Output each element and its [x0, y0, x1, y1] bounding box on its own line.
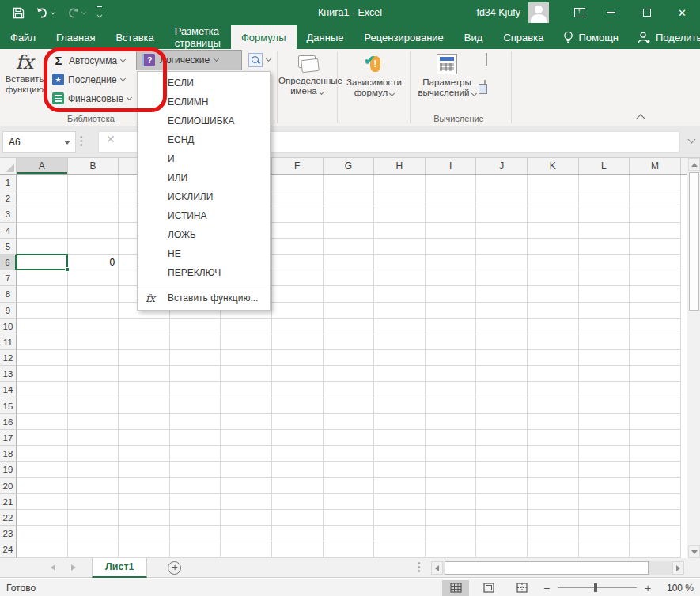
zoom-slider[interactable] [558, 587, 637, 588]
cell-E14[interactable] [221, 382, 272, 398]
menu-item-ложь[interactable]: ЛОЖЬ [138, 225, 270, 244]
cell-B13[interactable] [68, 366, 119, 382]
cell-F8[interactable] [272, 286, 324, 302]
cell-H7[interactable] [374, 270, 426, 286]
cell-L9[interactable] [579, 303, 630, 319]
cell-F22[interactable] [272, 510, 324, 526]
cell-L15[interactable] [579, 398, 630, 414]
row-header-19[interactable]: 19 [0, 462, 17, 477]
cell-F21[interactable] [272, 494, 324, 510]
row-header-1[interactable]: 1 [0, 175, 17, 190]
cell-K5[interactable] [528, 239, 579, 255]
cell-H15[interactable] [374, 398, 426, 414]
cell-H12[interactable] [374, 350, 426, 366]
cell-L24[interactable] [579, 541, 630, 557]
cell-L23[interactable] [579, 526, 630, 541]
cell-H23[interactable] [374, 526, 426, 541]
cell-F19[interactable] [272, 462, 324, 477]
tab-файл[interactable]: Файл [0, 25, 46, 49]
cell-A21[interactable] [17, 494, 68, 510]
cell-J5[interactable] [476, 239, 528, 255]
cell-A8[interactable] [17, 286, 68, 302]
cell-C13[interactable] [119, 366, 170, 382]
cell-J8[interactable] [476, 286, 528, 302]
cell-F10[interactable] [272, 319, 324, 334]
row-header-10[interactable]: 10 [0, 319, 17, 334]
worksheet-grid[interactable]: ABCDEFGHIJKLM123456078910111213141516171… [0, 158, 687, 558]
row-header-24[interactable]: 24 [0, 541, 17, 557]
cell-B19[interactable] [68, 462, 119, 477]
cell-K10[interactable] [528, 319, 579, 334]
cell-M7[interactable] [630, 270, 681, 286]
drag-handle-icon[interactable]: ••• [80, 135, 82, 149]
column-header-I[interactable]: I [426, 158, 477, 174]
column-header-F[interactable]: F [272, 158, 324, 174]
close-button[interactable]: ✕ [664, 0, 700, 25]
cell-A17[interactable] [17, 430, 68, 446]
cell-E12[interactable] [221, 350, 272, 366]
cell-H13[interactable] [374, 366, 426, 382]
cell-A23[interactable] [17, 526, 68, 541]
cell-G23[interactable] [324, 526, 375, 541]
row-header-13[interactable]: 13 [0, 366, 17, 382]
column-header-A[interactable]: A [17, 158, 68, 174]
cell-H16[interactable] [374, 414, 426, 430]
cell-E18[interactable] [221, 446, 272, 462]
scroll-right-icon[interactable] [672, 561, 684, 575]
cell-L10[interactable] [579, 319, 630, 334]
cell-L11[interactable] [579, 334, 630, 350]
cell-H6[interactable] [374, 255, 426, 270]
cell-J17[interactable] [476, 430, 528, 446]
cell-M22[interactable] [630, 510, 681, 526]
cell-K4[interactable] [528, 223, 579, 239]
row-header-2[interactable]: 2 [0, 190, 17, 206]
cell-K9[interactable] [528, 303, 579, 319]
cell-B7[interactable] [68, 270, 119, 286]
cell-B20[interactable] [68, 478, 119, 494]
cell-C23[interactable] [119, 526, 170, 541]
cell-F7[interactable] [272, 270, 324, 286]
cell-I2[interactable] [426, 190, 477, 206]
cell-J12[interactable] [476, 350, 528, 366]
cell-A3[interactable] [17, 206, 68, 222]
cell-F24[interactable] [272, 541, 324, 557]
cell-M6[interactable] [630, 255, 681, 270]
cell-G14[interactable] [324, 382, 375, 398]
cell-B23[interactable] [68, 526, 119, 541]
cell-I16[interactable] [426, 414, 477, 430]
scroll-left-icon[interactable] [431, 561, 443, 575]
financial-functions-button[interactable]: Финансовые [49, 90, 134, 107]
cell-H21[interactable] [374, 494, 426, 510]
row-header-16[interactable]: 16 [0, 414, 17, 430]
row-header-21[interactable]: 21 [0, 494, 17, 510]
cell-M3[interactable] [630, 206, 681, 222]
cell-D12[interactable] [170, 350, 221, 366]
ribbon-display-options-icon[interactable] [566, 0, 593, 25]
cell-G5[interactable] [324, 239, 375, 255]
cell-F1[interactable] [272, 175, 324, 190]
cell-D20[interactable] [170, 478, 221, 494]
cell-K20[interactable] [528, 478, 579, 494]
column-header-K[interactable]: K [528, 158, 579, 174]
cell-I24[interactable] [426, 541, 477, 557]
row-header-8[interactable]: 8 [0, 286, 17, 302]
cell-A22[interactable] [17, 510, 68, 526]
cell-I1[interactable] [426, 175, 477, 190]
cell-G11[interactable] [324, 334, 375, 350]
cell-M9[interactable] [630, 303, 681, 319]
cell-C24[interactable] [119, 541, 170, 557]
cell-M18[interactable] [630, 446, 681, 462]
cell-F17[interactable] [272, 430, 324, 446]
cell-H9[interactable] [374, 303, 426, 319]
cell-A24[interactable] [17, 541, 68, 557]
cell-K17[interactable] [528, 430, 579, 446]
redo-button[interactable] [66, 7, 86, 18]
cell-L7[interactable] [579, 270, 630, 286]
cell-E17[interactable] [221, 430, 272, 446]
cell-G6[interactable] [324, 255, 375, 270]
undo-dropdown-icon[interactable] [51, 9, 56, 14]
cell-K22[interactable] [528, 510, 579, 526]
cell-F3[interactable] [272, 206, 324, 222]
cell-A18[interactable] [17, 446, 68, 462]
cell-L14[interactable] [579, 382, 630, 398]
